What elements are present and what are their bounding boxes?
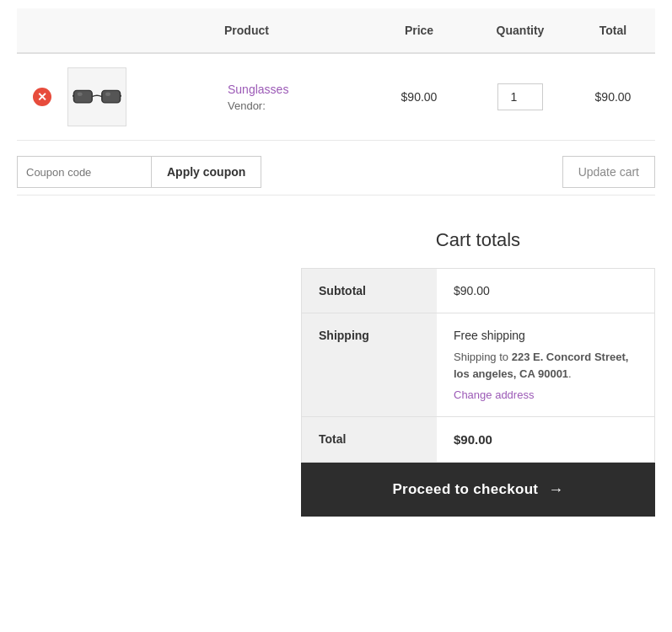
coupon-input[interactable]	[17, 156, 152, 188]
total-label: Total	[302, 417, 437, 462]
product-total: $90.00	[571, 90, 655, 104]
svg-rect-1	[102, 90, 121, 103]
cart-totals-inner: Cart totals Subtotal $90.00 Shipping Fre…	[301, 229, 655, 517]
svg-point-4	[78, 93, 83, 96]
apply-coupon-button[interactable]: Apply coupon	[152, 156, 261, 188]
coupon-input-group: Apply coupon	[17, 156, 261, 188]
update-cart-button[interactable]: Update cart	[562, 156, 655, 188]
remove-cell: ✕	[17, 84, 67, 110]
subtotal-label: Subtotal	[302, 269, 437, 313]
checkout-section: Proceed to checkout →	[301, 463, 655, 517]
subtotal-row: Subtotal $90.00	[302, 269, 654, 313]
subtotal-value: $90.00	[437, 269, 654, 313]
col-total: Total	[571, 17, 655, 44]
product-image	[67, 67, 126, 126]
table-row: ✕	[17, 54, 655, 141]
checkout-button-label: Proceed to checkout	[392, 481, 538, 498]
cart-table-header: Product Price Quantity Total	[17, 8, 655, 54]
quantity-cell	[470, 83, 571, 110]
shipping-to-prefix: Shipping to	[454, 351, 512, 363]
quantity-input[interactable]	[497, 83, 543, 110]
remove-icon: ✕	[33, 88, 51, 106]
coupon-row: Apply coupon Update cart	[17, 141, 655, 195]
col-remove	[17, 17, 67, 44]
shipping-address: Shipping to 223 E. Concord Street, los a…	[454, 349, 637, 382]
col-price: Price	[368, 17, 470, 44]
product-info-cell: Sunglasses Vendor:	[219, 83, 368, 112]
shipping-label: Shipping	[302, 313, 437, 416]
product-image-cell	[67, 67, 219, 126]
remove-item-button[interactable]: ✕	[30, 84, 55, 110]
cart-totals-table: Subtotal $90.00 Shipping Free shipping S…	[301, 268, 655, 463]
svg-point-5	[105, 93, 110, 96]
shipping-value: Free shipping Shipping to 223 E. Concord…	[437, 313, 654, 416]
total-value: $90.00	[437, 417, 654, 462]
cart-totals-wrapper: Cart totals Subtotal $90.00 Shipping Fre…	[17, 229, 655, 517]
cart-totals-title: Cart totals	[301, 229, 655, 251]
change-address-link[interactable]: Change address	[454, 388, 637, 401]
shipping-method: Free shipping	[454, 329, 637, 342]
product-name-link[interactable]: Sunglasses	[228, 83, 288, 96]
total-row: Total $90.00	[302, 417, 654, 462]
product-price: $90.00	[368, 90, 470, 104]
cart-totals-section: Cart totals Subtotal $90.00 Shipping Fre…	[17, 229, 655, 517]
product-vendor: Vendor:	[228, 99, 368, 112]
checkout-arrow-icon: →	[548, 481, 563, 499]
col-image	[67, 17, 219, 44]
checkout-button[interactable]: Proceed to checkout →	[301, 463, 655, 517]
sunglasses-image-svg	[73, 80, 121, 114]
col-product: Product	[219, 17, 368, 44]
shipping-row: Shipping Free shipping Shipping to 223 E…	[302, 313, 654, 417]
svg-rect-0	[73, 90, 92, 103]
col-quantity: Quantity	[470, 17, 571, 44]
